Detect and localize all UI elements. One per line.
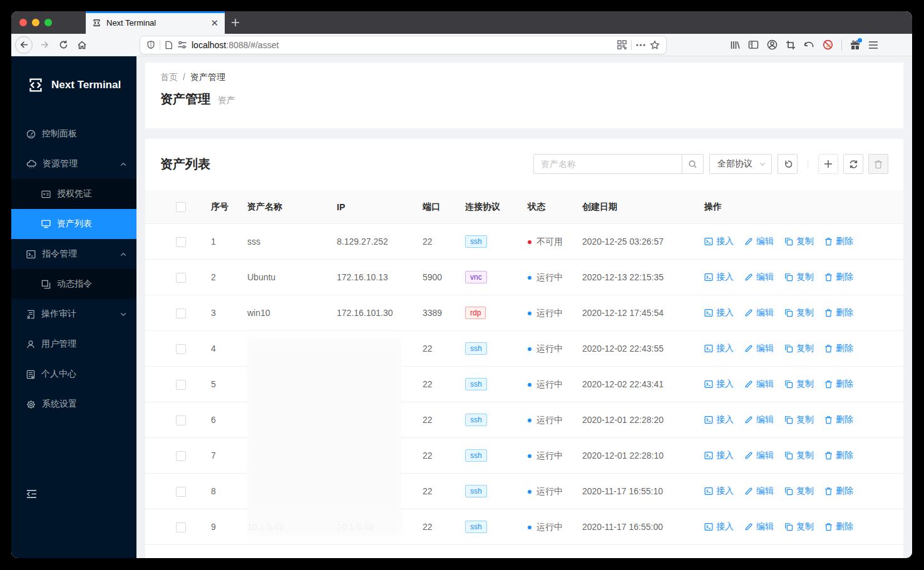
row-checkbox[interactable] bbox=[176, 380, 186, 390]
row-action-copy[interactable]: 复制 bbox=[784, 521, 814, 532]
row-action-edit[interactable]: 编辑 bbox=[744, 414, 774, 425]
row-action-edit[interactable]: 编辑 bbox=[744, 343, 774, 354]
row-action-delete[interactable]: 删除 bbox=[824, 521, 853, 532]
menu-fold-icon[interactable] bbox=[26, 489, 37, 499]
row-action-edit[interactable]: 编辑 bbox=[744, 521, 774, 532]
whats-new-gift-icon[interactable] bbox=[850, 40, 860, 50]
screenshot-crop-icon[interactable] bbox=[786, 40, 796, 50]
zoom-window-button[interactable] bbox=[44, 19, 52, 26]
minimize-window-button[interactable] bbox=[32, 19, 39, 26]
browser-tab[interactable]: Next Terminal ✕ bbox=[86, 11, 225, 34]
row-action-delete[interactable]: 删除 bbox=[824, 343, 853, 354]
status-badge: 运行中 bbox=[528, 308, 563, 319]
library-icon[interactable] bbox=[730, 40, 740, 50]
sidebar-item-resources[interactable]: 资源管理 bbox=[11, 149, 136, 179]
permissions-icon[interactable] bbox=[177, 41, 187, 49]
row-action-join[interactable]: 接入 bbox=[704, 307, 734, 318]
row-action-edit[interactable]: 编辑 bbox=[744, 236, 774, 247]
row-action-delete[interactable]: 删除 bbox=[824, 236, 853, 247]
row-action-copy[interactable]: 复制 bbox=[784, 379, 814, 390]
page-info-icon[interactable] bbox=[165, 41, 173, 49]
page-header: 首页/资产管理 资产管理 资产 bbox=[145, 63, 903, 128]
row-action-join[interactable]: 接入 bbox=[704, 236, 734, 247]
sidebar-item-credentials[interactable]: 授权凭证 bbox=[11, 179, 136, 209]
row-action-delete[interactable]: 删除 bbox=[824, 272, 853, 283]
tab-close-icon[interactable]: ✕ bbox=[210, 18, 218, 28]
sidebar-item-audit[interactable]: 操作审计 bbox=[11, 299, 136, 329]
sidebar-item-dashboard[interactable]: 控制面板 bbox=[11, 119, 136, 149]
row-action-join[interactable]: 接入 bbox=[704, 486, 734, 497]
row-action-copy[interactable]: 复制 bbox=[784, 307, 814, 318]
reload-button[interactable] bbox=[54, 36, 73, 54]
browser-toolbar: localhost:8088/#/asset bbox=[11, 34, 912, 56]
row-action-copy[interactable]: 复制 bbox=[784, 272, 814, 283]
row-action-delete[interactable]: 删除 bbox=[824, 450, 853, 461]
breadcrumb-home[interactable]: 首页 bbox=[160, 72, 178, 82]
bookmark-star-icon[interactable] bbox=[650, 40, 660, 50]
row-checkbox[interactable] bbox=[176, 308, 186, 318]
menu-hamburger-icon[interactable] bbox=[868, 41, 878, 49]
row-action-copy[interactable]: 复制 bbox=[784, 414, 814, 425]
screenshot-canvas: Next Terminal ✕ bbox=[0, 0, 924, 570]
sidebar-item-commands[interactable]: 指令管理 bbox=[11, 239, 136, 269]
add-asset-button[interactable] bbox=[818, 154, 838, 174]
sidebar-item-dynamic-commands[interactable]: 动态指令 bbox=[11, 269, 136, 299]
qr-extension-icon[interactable] bbox=[617, 40, 627, 49]
row-action-join[interactable]: 接入 bbox=[704, 379, 734, 390]
row-action-edit[interactable]: 编辑 bbox=[744, 379, 774, 390]
row-action-join[interactable]: 接入 bbox=[704, 521, 734, 532]
row-checkbox[interactable] bbox=[176, 273, 186, 283]
sidebar-item-label: 指令管理 bbox=[42, 248, 114, 260]
row-action-copy[interactable]: 复制 bbox=[784, 236, 814, 247]
sidebar-item-users[interactable]: 用户管理 bbox=[11, 329, 136, 359]
home-button[interactable] bbox=[73, 36, 91, 54]
tab-title: Next Terminal bbox=[106, 18, 205, 28]
brand[interactable]: Next Terminal bbox=[11, 56, 136, 100]
row-checkbox[interactable] bbox=[176, 487, 186, 497]
row-checkbox[interactable] bbox=[176, 415, 186, 425]
row-action-join[interactable]: 接入 bbox=[704, 450, 734, 461]
row-action-join[interactable]: 接入 bbox=[704, 414, 734, 425]
refresh-button[interactable] bbox=[843, 154, 863, 174]
row-action-copy[interactable]: 复制 bbox=[784, 486, 814, 497]
row-checkbox[interactable] bbox=[176, 522, 186, 532]
protocol-filter-select[interactable]: 全部协议 bbox=[709, 154, 772, 174]
row-action-join[interactable]: 接入 bbox=[704, 343, 734, 354]
sidebar-item-asset-list[interactable]: 资产列表 bbox=[11, 209, 136, 239]
row-action-delete[interactable]: 删除 bbox=[824, 307, 853, 318]
row-action-edit[interactable]: 编辑 bbox=[744, 272, 774, 283]
undo-history-icon[interactable] bbox=[804, 40, 814, 49]
search-input[interactable] bbox=[534, 155, 682, 173]
select-all-checkbox[interactable] bbox=[176, 202, 186, 212]
search-icon[interactable] bbox=[682, 155, 703, 173]
row-action-edit[interactable]: 编辑 bbox=[744, 307, 774, 318]
new-tab-button[interactable] bbox=[225, 11, 246, 34]
sidebar-item-profile[interactable]: 个人中心 bbox=[11, 359, 136, 389]
row-action-delete[interactable]: 删除 bbox=[824, 486, 853, 497]
toolbar-right-icons bbox=[730, 39, 878, 51]
row-action-copy[interactable]: 复制 bbox=[784, 343, 814, 354]
row-checkbox[interactable] bbox=[176, 451, 186, 461]
row-action-edit[interactable]: 编辑 bbox=[744, 486, 774, 497]
row-action-delete[interactable]: 删除 bbox=[824, 414, 853, 425]
sidebars-icon[interactable] bbox=[748, 40, 759, 49]
status-text: 运行中 bbox=[536, 308, 563, 319]
status-dot-icon bbox=[528, 276, 531, 280]
account-icon[interactable] bbox=[767, 39, 778, 50]
close-window-button[interactable] bbox=[19, 19, 27, 26]
row-action-join[interactable]: 接入 bbox=[704, 272, 734, 283]
row-checkbox[interactable] bbox=[176, 344, 186, 354]
cell-no: 3 bbox=[200, 308, 237, 318]
url-text[interactable]: localhost:8088/#/asset bbox=[192, 40, 613, 50]
content-blocker-icon[interactable] bbox=[823, 39, 833, 50]
row-action-delete[interactable]: 删除 bbox=[824, 379, 853, 390]
undo-button[interactable] bbox=[778, 154, 798, 174]
page-actions-icon[interactable] bbox=[636, 44, 645, 46]
url-bar[interactable]: localhost:8088/#/asset bbox=[140, 36, 666, 54]
tracking-protection-shield-icon[interactable] bbox=[146, 40, 155, 49]
row-checkbox[interactable] bbox=[176, 237, 186, 247]
back-button[interactable] bbox=[15, 36, 33, 54]
sidebar-item-settings[interactable]: 系统设置 bbox=[11, 389, 136, 419]
row-action-copy[interactable]: 复制 bbox=[784, 450, 814, 461]
row-action-edit[interactable]: 编辑 bbox=[744, 450, 774, 461]
